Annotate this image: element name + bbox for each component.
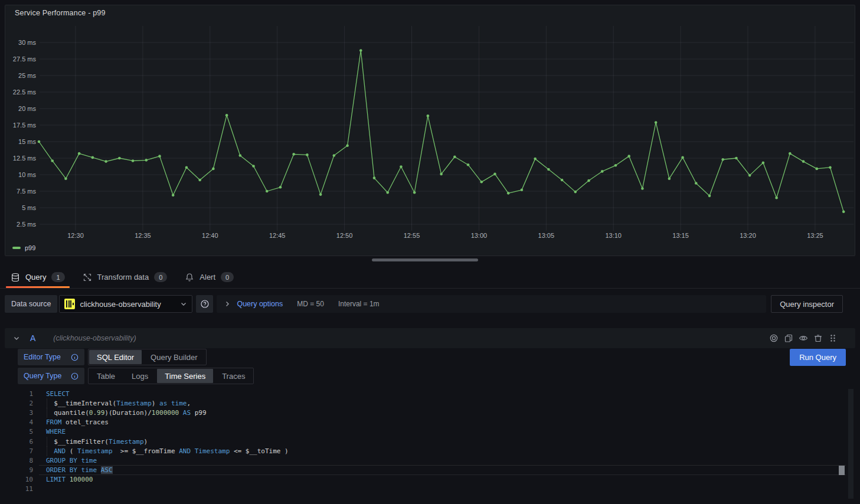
svg-text:12:40: 12:40 — [202, 232, 218, 239]
svg-text:13:15: 13:15 — [672, 232, 689, 239]
drag-handle-icon[interactable] — [828, 333, 838, 343]
query-type-option-time-series[interactable]: Time Series — [157, 369, 213, 383]
datasource-picker[interactable]: clickhouse-observability — [59, 295, 192, 313]
trash-icon[interactable] — [813, 333, 823, 343]
editor-tabbar: Query 1 Transform data 0 Alert 0 — [0, 266, 860, 289]
query-options-interval: Interval = 1m — [338, 300, 380, 308]
grid — [40, 26, 854, 231]
query-toolbar: Data source clickhouse-observability Que… — [5, 295, 843, 313]
editor-overview-cursor-marker — [839, 466, 845, 475]
legend-swatch — [12, 247, 21, 249]
tab-transform-data[interactable]: Transform data 0 — [77, 266, 174, 288]
query-options-label: Query options — [237, 300, 283, 308]
tab-count-badge: 1 — [51, 272, 64, 282]
editor-type-row: Editor Type SQL Editor Query Builder — [18, 349, 207, 365]
info-circle-icon[interactable] — [71, 372, 79, 380]
svg-text:27.5 ms: 27.5 ms — [13, 55, 37, 63]
line-number: 9 — [22, 466, 33, 474]
svg-text:13:25: 13:25 — [807, 232, 823, 239]
query-options-toggle[interactable]: Query options MD = 50 Interval = 1m — [217, 295, 766, 313]
editor-type-option-query-builder[interactable]: Query Builder — [142, 349, 205, 365]
info-circle-icon[interactable] — [71, 354, 79, 361]
eye-icon[interactable] — [799, 333, 808, 343]
svg-text:22.5 ms: 22.5 ms — [13, 89, 37, 96]
tab-count-badge: 0 — [154, 272, 167, 282]
query-type-option-logs[interactable]: Logs — [123, 368, 156, 384]
code-line: 5WHERE — [22, 427, 854, 437]
line-number: 4 — [22, 418, 33, 426]
series-points — [38, 49, 845, 213]
code-line: 1SELECT — [22, 389, 854, 398]
tab-count-badge: 0 — [221, 272, 234, 282]
query-type-label-chip: Query Type — [18, 368, 84, 384]
code-line-text: $__timeFilter(Timestamp) — [46, 438, 148, 446]
svg-text:2.5 ms: 2.5 ms — [17, 221, 37, 228]
run-query-button[interactable]: Run Query — [790, 349, 846, 366]
panel-horizontal-scrollbar[interactable] — [372, 258, 478, 261]
svg-text:10 ms: 10 ms — [18, 171, 36, 178]
code-line-text: AND ( Timestamp >= $__fromTime AND Times… — [46, 447, 289, 455]
query-inspector-button[interactable]: Query inspector — [771, 295, 843, 313]
svg-text:7.5 ms: 7.5 ms — [17, 188, 37, 195]
query-ref-id: A — [30, 333, 35, 343]
code-line-text: GROUP BY time — [46, 457, 97, 464]
datasource-help-button[interactable] — [196, 295, 213, 313]
sql-code-editor[interactable]: 1SELECT2 $__timeInterval(Timestamp) as t… — [22, 389, 854, 499]
svg-text:12:45: 12:45 — [269, 232, 286, 239]
query-type-option-traces[interactable]: Traces — [214, 368, 253, 384]
line-number: 2 — [22, 400, 33, 407]
query-type-label: Query Type — [24, 372, 61, 380]
collapse-chevron-icon[interactable] — [13, 335, 20, 342]
svg-text:15 ms: 15 ms — [18, 138, 36, 145]
editor-type-option-sql-editor[interactable]: SQL Editor — [89, 350, 142, 364]
code-line-text: quantile(0.99)(Duration)/1000000 AS p99 — [46, 409, 207, 417]
editor-type-label: Editor Type — [24, 353, 61, 361]
tab-alert[interactable]: Alert 0 — [179, 266, 240, 288]
editor-scrollbar[interactable] — [848, 389, 854, 499]
svg-text:13:20: 13:20 — [740, 232, 756, 239]
code-line: 8GROUP BY time — [22, 456, 854, 465]
line-number: 7 — [22, 447, 33, 455]
svg-text:25 ms: 25 ms — [18, 72, 36, 79]
svg-text:13:10: 13:10 — [605, 232, 622, 239]
svg-text:13:00: 13:00 — [471, 232, 488, 239]
timeseries-chart[interactable]: 30 ms27.5 ms25 ms22.5 ms20 ms17.5 ms15 m… — [5, 5, 855, 256]
bell-icon — [185, 273, 194, 282]
legend-label: p99 — [25, 244, 35, 251]
legend-item-p99[interactable]: p99 — [12, 244, 35, 251]
query-type-options: Table Logs Time Series Traces — [88, 368, 254, 384]
chevron-down-icon — [180, 300, 187, 307]
copy-icon[interactable] — [784, 333, 793, 343]
indent-guide — [47, 398, 47, 408]
tab-query[interactable]: Query 1 — [5, 266, 71, 288]
code-line: 4FROM otel_traces — [22, 418, 854, 427]
query-type-option-table[interactable]: Table — [89, 368, 123, 384]
indent-guide — [47, 446, 47, 456]
datasource-value: clickhouse-observability — [80, 300, 175, 309]
current-line-highlight — [39, 465, 846, 475]
code-line: 7 AND ( Timestamp >= $__fromTime AND Tim… — [22, 446, 854, 456]
svg-text:12:35: 12:35 — [135, 232, 151, 239]
editor-type-label-chip: Editor Type — [18, 349, 84, 365]
code-line: 2 $__timeInterval(Timestamp) as time, — [22, 398, 854, 408]
line-number: 8 — [22, 457, 33, 464]
indent-guide — [47, 437, 47, 447]
line-number: 10 — [22, 476, 33, 483]
query-datasource-hint: (clickhouse-observability) — [53, 334, 136, 342]
svg-text:17.5 ms: 17.5 ms — [13, 122, 37, 129]
line-number: 11 — [22, 485, 33, 493]
code-line: 3 quantile(0.99)(Duration)/1000000 AS p9… — [22, 408, 854, 417]
svg-text:20 ms: 20 ms — [18, 105, 36, 112]
code-line-text: ORDER BY time ASC — [46, 466, 113, 474]
svg-text:12:30: 12:30 — [67, 232, 84, 239]
active-tab-indicator — [6, 286, 70, 288]
query-row-header[interactable]: A (clickhouse-observability) — [5, 328, 855, 348]
circle-icon[interactable] — [769, 333, 779, 343]
code-line: 9ORDER BY time ASC — [22, 466, 854, 475]
database-icon — [11, 273, 20, 282]
editor-type-options: SQL Editor Query Builder — [88, 349, 207, 365]
timeseries-panel: Service Performance - p99 30 ms27.5 ms25… — [5, 5, 855, 256]
line-number: 6 — [22, 438, 33, 446]
series-line — [39, 50, 843, 211]
tab-label: Transform data — [97, 273, 149, 282]
